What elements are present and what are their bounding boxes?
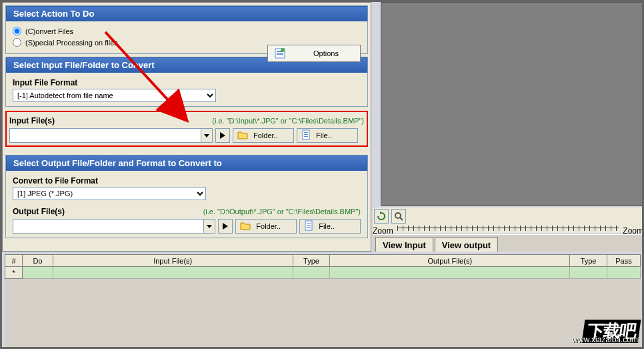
radio-special-input[interactable] <box>13 38 21 47</box>
table-row[interactable]: * <box>5 267 641 279</box>
col-do[interactable]: Do <box>22 255 53 267</box>
input-format-select[interactable]: [-1] Autodetect from file name <box>13 89 216 102</box>
folder-icon <box>240 221 251 232</box>
svg-rect-8 <box>304 134 308 135</box>
section-output: Select Output File/Folder and Format to … <box>5 155 368 238</box>
output-hint: (i.e. "D:\Output\*.JPG" or "C:\Files\Det… <box>203 208 361 216</box>
output-files-field[interactable] <box>13 219 203 234</box>
tab-view-output[interactable]: View output <box>435 237 498 252</box>
svg-rect-14 <box>307 225 311 226</box>
svg-rect-2 <box>277 53 283 55</box>
input-files-combo[interactable] <box>9 128 213 143</box>
radio-convert-label: (C)onvert Files <box>25 27 73 35</box>
file-icon <box>304 220 313 232</box>
refresh-button[interactable] <box>374 209 389 224</box>
options-button[interactable]: Options <box>267 45 361 62</box>
svg-marker-18 <box>380 212 383 214</box>
row-marker: * <box>5 267 23 279</box>
file-table: # Do Input File(s) Type Output File(s) T… <box>5 254 641 279</box>
col-type1[interactable]: Type <box>293 255 330 267</box>
output-format-select[interactable]: [1] JPEG (*.JPG) <box>13 187 206 200</box>
radio-special-label: (S)pecial Processing on files <box>25 39 118 47</box>
header-action: Select Action To Do <box>6 6 367 21</box>
options-label: Options <box>292 49 360 57</box>
input-go-button[interactable] <box>215 128 230 143</box>
view-tabs: View Input View output <box>373 234 643 252</box>
zoom-ruler[interactable] <box>397 228 619 234</box>
input-folder-button[interactable]: Folder.. <box>233 128 294 143</box>
radio-convert[interactable]: (C)onvert Files <box>13 25 361 37</box>
col-num[interactable]: # <box>5 255 23 267</box>
input-format-label: Input File Format <box>13 77 361 89</box>
svg-marker-5 <box>220 132 225 139</box>
svg-marker-10 <box>207 225 212 228</box>
col-type2[interactable]: Type <box>570 255 607 267</box>
section-action: Select Action To Do (C)onvert Files (S)p… <box>5 5 368 54</box>
svg-point-3 <box>281 48 285 52</box>
col-pass[interactable]: Pass <box>607 255 640 267</box>
output-files-dropdown[interactable] <box>203 219 215 234</box>
radio-convert-input[interactable] <box>13 27 21 35</box>
tab-view-input[interactable]: View Input <box>375 237 433 252</box>
svg-point-19 <box>395 213 401 218</box>
output-format-label: Convert to File Format <box>13 175 361 187</box>
file-icon <box>301 129 311 141</box>
zoom-bar: Zoom Zoom <box>373 208 643 233</box>
zoom-button[interactable] <box>391 209 406 224</box>
svg-rect-7 <box>304 132 308 133</box>
col-input[interactable]: Input File(s) <box>53 255 293 267</box>
output-files-label: Output File(s) <box>13 206 65 218</box>
watermark: 下载吧 www.xiazaiba.com <box>583 320 639 343</box>
file-table-area: # Do Input File(s) Type Output File(s) T… <box>5 254 641 348</box>
svg-rect-13 <box>307 223 311 224</box>
folder-icon <box>237 130 248 141</box>
output-files-combo[interactable] <box>13 219 215 234</box>
header-output: Select Output File/Folder and Format to … <box>6 155 367 171</box>
col-output[interactable]: Output File(s) <box>330 255 570 267</box>
output-folder-button[interactable]: Folder.. <box>235 219 297 234</box>
svg-rect-15 <box>307 227 311 228</box>
input-hint: (i.e. "D:\Input\*.JPG" or "C:\Files\Deta… <box>212 117 364 125</box>
preview-area <box>381 2 643 206</box>
svg-marker-4 <box>204 134 209 137</box>
svg-line-20 <box>400 218 403 220</box>
svg-marker-11 <box>223 223 228 230</box>
input-files-field[interactable] <box>9 128 201 143</box>
input-files-dropdown[interactable] <box>201 128 213 143</box>
input-files-label: Input File(s) <box>9 115 55 127</box>
input-file-button[interactable]: File.. <box>297 128 358 143</box>
svg-rect-9 <box>304 136 308 137</box>
output-file-button[interactable]: File.. <box>299 219 361 234</box>
input-files-highlight: Input File(s) (i.e. "D:\Input\*.JPG" or … <box>5 111 368 147</box>
section-input: Select Input File/Folder to Convert Inpu… <box>5 57 368 107</box>
output-go-button[interactable] <box>218 219 233 234</box>
options-icon <box>275 48 285 59</box>
